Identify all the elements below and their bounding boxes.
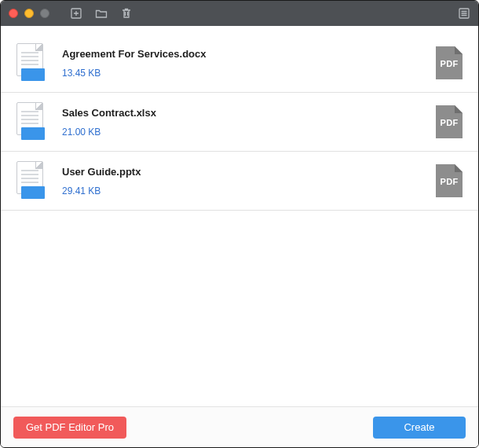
create-button[interactable]: Create [373,417,466,439]
file-name: User Guide.pptx [62,166,422,178]
file-meta: Sales Contract.xlsx 21.00 KB [62,107,422,138]
file-row[interactable]: Agreement For Services.docx 13.45 KB PDF [1,34,478,93]
toolbar-left [70,7,133,20]
pdf-label: PDF [436,59,463,68]
file-meta: User Guide.pptx 29.41 KB [62,166,422,196]
file-name: Agreement For Services.docx [62,48,422,60]
pdf-output-icon: PDF [436,46,463,79]
pdf-label: PDF [436,177,463,186]
folder-icon[interactable] [95,7,108,20]
maximize-window-button[interactable] [40,9,49,18]
document-icon [16,161,48,200]
file-row[interactable]: User Guide.pptx 29.41 KB PDF [1,152,478,211]
app-window: Agreement For Services.docx 13.45 KB PDF… [0,0,479,448]
file-row[interactable]: Sales Contract.xlsx 21.00 KB PDF [1,93,478,152]
titlebar [1,1,478,26]
pdf-output-icon: PDF [436,164,463,197]
close-window-button[interactable] [9,9,18,18]
footer: Get PDF Editor Pro Create [1,406,478,447]
minimize-window-button[interactable] [24,9,34,18]
file-size: 29.41 KB [62,185,422,196]
file-name: Sales Contract.xlsx [62,107,422,119]
file-size: 13.45 KB [62,68,422,79]
list-icon[interactable] [458,7,470,20]
add-file-icon[interactable] [70,7,82,20]
file-list: Agreement For Services.docx 13.45 KB PDF… [1,26,478,406]
window-controls [9,9,49,18]
file-meta: Agreement For Services.docx 13.45 KB [62,48,422,79]
pdf-label: PDF [436,118,463,127]
document-icon [16,102,48,141]
document-icon [16,43,48,83]
get-pro-button[interactable]: Get PDF Editor Pro [13,417,126,439]
trash-icon[interactable] [120,7,133,20]
toolbar-right [458,7,470,20]
pdf-output-icon: PDF [436,105,463,138]
file-size: 21.00 KB [62,127,422,138]
